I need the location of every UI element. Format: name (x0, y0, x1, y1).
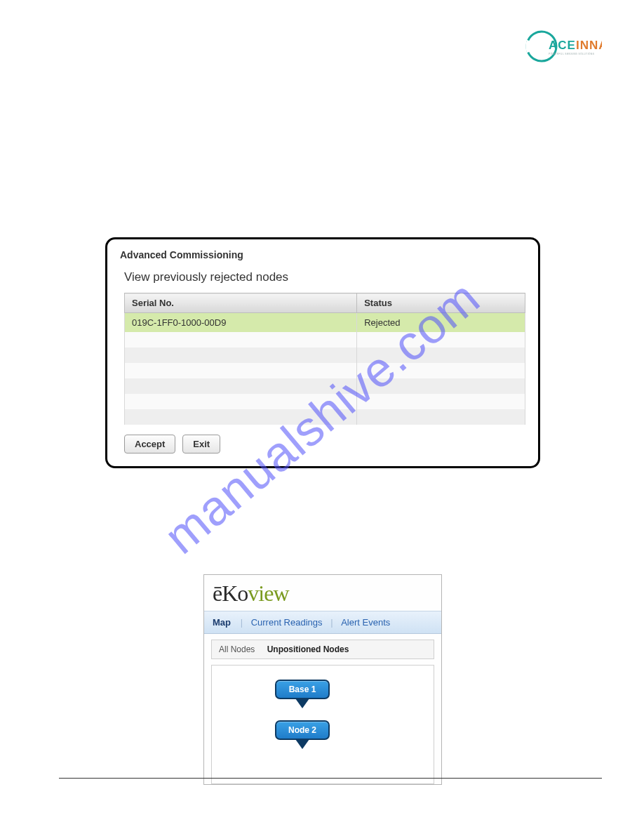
ekoview-tabs: Map | Current Readings | Alert Events (204, 611, 441, 634)
ekoview-logo-ek: ēKo (213, 581, 248, 606)
footer-rule (59, 778, 602, 779)
subtab-unpositioned-nodes[interactable]: Unpositioned Nodes (267, 644, 349, 654)
node-base1[interactable]: Base 1 (275, 680, 330, 708)
col-status[interactable]: Status (357, 293, 525, 313)
cell-serial: 019C-1FF0-1000-00D9 (125, 313, 357, 333)
brand-text-left: ACE (549, 39, 576, 52)
tab-alert-events[interactable]: Alert Events (341, 617, 390, 628)
exit-button[interactable]: Exit (182, 435, 220, 454)
accept-button[interactable]: Accept (124, 435, 175, 454)
brand-logo: ACEINNA POWERFUL SENSING SOLUTIONS (525, 25, 602, 67)
node-label: Base 1 (275, 680, 330, 699)
ekoview-subtabs: All Nodes Unpositioned Nodes (211, 640, 434, 659)
brand-text-right: INNA (576, 39, 602, 52)
node-label: Node 2 (275, 720, 330, 740)
ekoview-logo-ov: view (248, 581, 288, 606)
ekoview-logo: ēKoview (204, 575, 441, 611)
dialog-title: Advanced Commissioning (120, 249, 525, 260)
tab-map[interactable]: Map (213, 617, 231, 628)
dialog-subtitle: View previously rejected nodes (124, 270, 525, 284)
table-row (125, 394, 525, 409)
cell-status: Rejected (357, 313, 525, 333)
table-row (125, 348, 525, 363)
tab-separator: | (241, 617, 243, 628)
ekoview-panel: ēKoview Map | Current Readings | Alert E… (203, 574, 442, 785)
svg-text:POWERFUL SENSING SOLUTIONS: POWERFUL SENSING SOLUTIONS (549, 53, 594, 55)
col-serial[interactable]: Serial No. (125, 293, 357, 313)
chevron-down-icon (295, 699, 309, 708)
rejected-nodes-table: Serial No. Status 019C-1FF0-1000-00D9 Re… (124, 293, 525, 425)
table-row (125, 363, 525, 378)
map-area[interactable]: Base 1 Node 2 (211, 665, 434, 784)
table-row (125, 409, 525, 425)
table-row[interactable]: 019C-1FF0-1000-00D9 Rejected (125, 313, 525, 333)
table-row (125, 332, 525, 348)
table-row (125, 378, 525, 394)
tab-current-readings[interactable]: Current Readings (251, 617, 323, 628)
advanced-commissioning-dialog: Advanced Commissioning View previously r… (105, 237, 540, 468)
node-node2[interactable]: Node 2 (275, 720, 330, 749)
subtab-all-nodes[interactable]: All Nodes (219, 644, 255, 654)
tab-separator: | (330, 617, 333, 628)
svg-text:ACEINNA: ACEINNA (549, 39, 602, 52)
chevron-down-icon (295, 739, 309, 749)
